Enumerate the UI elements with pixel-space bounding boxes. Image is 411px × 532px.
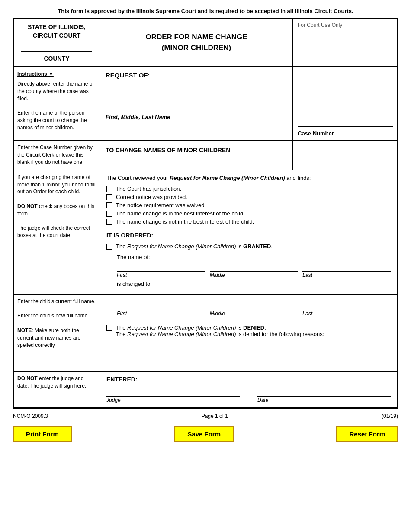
to-change-section: Enter the Case Number given by the Circu… (14, 141, 397, 170)
new-middle-input[interactable] (210, 302, 299, 310)
header-center: ORDER FOR NAME CHANGE (MINOR CHILDREN) (100, 19, 293, 66)
current-middle-wrap: Middle (210, 264, 299, 278)
court-finds-text: The Court reviewed your Request for Name… (106, 175, 391, 181)
new-last-wrap: Last (302, 302, 391, 317)
county-input-field[interactable] (21, 44, 92, 52)
to-change-form-col: TO CHANGE NAMES OF MINOR CHILDREN (100, 141, 293, 169)
header-section: STATE OF ILLINOIS, CIRCUIT COURT COUNTY … (14, 19, 397, 67)
entered-label: ENTERED: (106, 376, 391, 383)
the-name-of-label: The name of: (117, 254, 391, 260)
instr-names-col: Enter the child's current full name. Ent… (14, 295, 100, 371)
county-label: COUNTY (17, 55, 96, 62)
court-use-only-box: For Court Use Only (293, 19, 397, 66)
court-finds-section: If you are changing the name of more tha… (14, 170, 397, 295)
current-first-wrap: First (117, 264, 206, 278)
request-of-section: Instructions ▼ Directly above, enter the… (14, 67, 397, 106)
instruction-item1: Directly above, enter the name of the co… (17, 80, 96, 102)
judge-field: Judge (106, 389, 240, 403)
checkbox-item-2: Correct notice was provided. (106, 194, 391, 200)
requestor-name-input[interactable] (106, 92, 287, 99)
to-change-right-col (293, 141, 397, 169)
to-change-label: TO CHANGE NAMES OF MINOR CHILDREN (106, 147, 287, 154)
request-of-label: REQUEST OF: (106, 71, 287, 79)
judge-label: Judge (106, 397, 121, 403)
instructions-col: Instructions ▼ Directly above, enter the… (14, 67, 100, 106)
current-last-input[interactable] (302, 264, 391, 272)
current-name-fields: First Middle Last (117, 264, 391, 278)
checkbox-1[interactable] (106, 186, 112, 192)
date-code: (01/19) (382, 413, 398, 419)
new-name-fields: First Middle Last (117, 302, 391, 317)
case-number-label: Case Number (298, 130, 393, 137)
denied-checkbox[interactable] (106, 325, 112, 331)
instructions-title: Instructions ▼ (17, 71, 96, 78)
case-number-input[interactable] (298, 119, 393, 127)
state-line2: CIRCUIT COURT (17, 32, 96, 40)
current-last-wrap: Last (302, 264, 391, 278)
instr-item2-col: Enter the name of the person asking the … (14, 106, 100, 140)
request-right-col (293, 67, 397, 106)
request-of-form-col: REQUEST OF: (100, 67, 293, 106)
is-changed-to-label: is changed to: (117, 281, 391, 287)
granted-checkbox[interactable] (106, 244, 112, 250)
first-middle-last-label: First, Middle, Last Name (106, 114, 287, 120)
top-notice: This form is approved by the Illinois Su… (13, 8, 398, 14)
instr-do-not-check-col: If you are changing the name of more tha… (14, 170, 100, 294)
new-last-input[interactable] (302, 302, 391, 310)
denied-item: The Request for Name Change (Minor Child… (106, 324, 391, 337)
checkbox-2[interactable] (106, 194, 112, 200)
form-title: ORDER FOR NAME CHANGE (MINOR CHILDREN) (145, 32, 247, 54)
checkbox-item-3: The notice requirement was waived. (106, 202, 391, 208)
button-row: Print Form Save Form Reset Form (13, 422, 398, 442)
new-name-denied-section: Enter the child's current full name. Ent… (14, 295, 397, 372)
checkbox-item-5: The name change is not in the best inter… (106, 218, 391, 225)
instruction-item3: Enter the Case Number given by the Circu… (17, 144, 93, 165)
it-is-ordered-label: IT IS ORDERED: (106, 232, 391, 239)
new-first-input[interactable] (117, 302, 206, 310)
checkbox-list: The Court has jurisdiction. Correct noti… (106, 186, 391, 225)
state-line1: STATE OF ILLINOIS, (17, 23, 96, 32)
page-info: Page 1 of 1 (202, 413, 228, 419)
instruction-item2: Enter the name of the person asking the … (17, 110, 87, 131)
entered-form: ENTERED: Judge Date (100, 372, 397, 407)
print-button[interactable]: Print Form (13, 426, 72, 442)
new-first-wrap: First (117, 302, 206, 317)
checkbox-4[interactable] (106, 211, 112, 217)
footer-row: NCM-O 2009.3 Page 1 of 1 (01/19) (13, 410, 398, 422)
new-name-form: First Middle Last The Request for Name C… (100, 295, 397, 371)
form-number: NCM-O 2009.3 (13, 413, 48, 419)
judge-input[interactable] (106, 389, 240, 397)
date-label: Date (257, 397, 268, 403)
instr-item3-col: Enter the Case Number given by the Circu… (14, 141, 100, 169)
checkbox-item-4: The name change is in the best interest … (106, 210, 391, 217)
current-middle-input[interactable] (210, 264, 299, 272)
save-button[interactable]: Save Form (174, 426, 234, 442)
checkbox-3[interactable] (106, 202, 112, 208)
name-form-col: First, Middle, Last Name (100, 106, 293, 140)
granted-item: The Request for Name Change (Minor Child… (106, 243, 391, 250)
date-input[interactable] (257, 389, 391, 397)
name-section: Enter the name of the person asking the … (14, 106, 397, 141)
case-number-col: Case Number (293, 106, 397, 140)
checkbox-item-1: The Court has jurisdiction. (106, 186, 391, 192)
checkbox-5[interactable] (106, 219, 112, 225)
denial-line-2[interactable] (106, 354, 391, 362)
date-field: Date (257, 389, 391, 403)
reset-button[interactable]: Reset Form (336, 426, 398, 442)
instr-judge-col: DO NOT enter the judge and date. The jud… (14, 372, 100, 407)
header-left: STATE OF ILLINOIS, CIRCUIT COURT COUNTY (14, 19, 100, 66)
denial-line-1[interactable] (106, 341, 391, 349)
court-finds-form: The Court reviewed your Request for Name… (100, 170, 397, 294)
new-middle-wrap: Middle (210, 302, 299, 317)
current-first-input[interactable] (117, 264, 206, 272)
judge-date-row: Judge Date (106, 389, 391, 403)
entered-section: DO NOT enter the judge and date. The jud… (14, 372, 397, 408)
denial-reason-lines (106, 341, 391, 362)
court-use-only-label: For Court Use Only (298, 22, 342, 28)
